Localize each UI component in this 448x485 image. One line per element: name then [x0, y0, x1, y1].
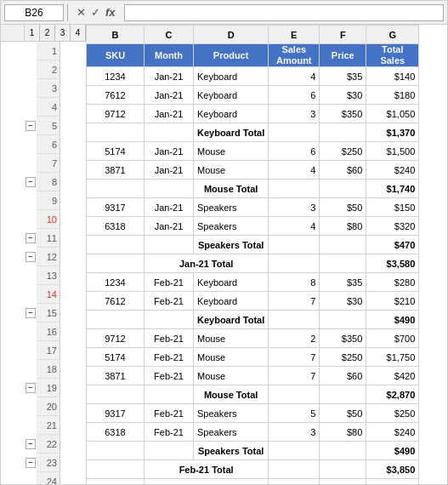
- cell-price-22[interactable]: [320, 442, 366, 460]
- cell-product-2[interactable]: Keyboard: [194, 67, 269, 86]
- confirm-icon[interactable]: ✓: [91, 6, 100, 19]
- cell-price-15[interactable]: [320, 311, 366, 329]
- cell-price-6[interactable]: $250: [320, 142, 366, 161]
- cell-product-21[interactable]: Speakers: [194, 423, 269, 442]
- cell-price-12[interactable]: [320, 254, 366, 273]
- cell-total-17[interactable]: $1,750: [366, 348, 419, 367]
- cell-sales-24[interactable]: [269, 479, 320, 484]
- cell-sku-4[interactable]: 9712: [87, 105, 145, 123]
- cell-month-16[interactable]: Feb-21: [145, 329, 194, 348]
- cell-sales-19[interactable]: [269, 385, 320, 404]
- cell-month-17[interactable]: Feb-21: [145, 348, 194, 367]
- cell-product-4[interactable]: Keyboard: [194, 105, 269, 123]
- cell-month-4[interactable]: Jan-21: [145, 105, 194, 123]
- cell-product-16[interactable]: Mouse: [194, 329, 269, 348]
- cell-sku-11[interactable]: [87, 236, 145, 254]
- cancel-icon[interactable]: ✕: [77, 6, 86, 19]
- cell-price-21[interactable]: $80: [320, 423, 366, 442]
- cell-month-10[interactable]: Jan-21: [145, 217, 194, 236]
- cell-month-24[interactable]: Grand Total: [145, 479, 269, 484]
- cell-total-18[interactable]: $420: [366, 367, 419, 385]
- cell-total-11[interactable]: $470: [366, 236, 419, 254]
- cell-price-5[interactable]: [320, 123, 366, 142]
- col-B-header[interactable]: B: [87, 26, 145, 44]
- cell-sku-8[interactable]: [87, 180, 145, 198]
- cell-sku-3[interactable]: 7612: [87, 86, 145, 105]
- minus-btn-23[interactable]: −: [26, 458, 36, 468]
- level-btn-3[interactable]: 3: [55, 25, 71, 42]
- cell-product-5[interactable]: Keyboard Total: [194, 123, 269, 142]
- cell-month-22[interactable]: [145, 442, 194, 460]
- cell-sku-12[interactable]: [87, 254, 145, 273]
- cell-total-19[interactable]: $2,870: [366, 385, 419, 404]
- col-G-header[interactable]: G: [366, 26, 419, 44]
- cell-price-8[interactable]: [320, 180, 366, 198]
- cell-sku-15[interactable]: [87, 311, 145, 329]
- level-btn-4[interactable]: 4: [71, 25, 86, 42]
- cell-sku-24[interactable]: [87, 479, 145, 484]
- cell-total-8[interactable]: $1,740: [366, 180, 419, 198]
- cell-month-14[interactable]: Feb-21: [145, 292, 194, 311]
- cell-total-4[interactable]: $1,050: [366, 105, 419, 123]
- cell-price-11[interactable]: [320, 236, 366, 254]
- cell-sku-5[interactable]: [87, 123, 145, 142]
- cell-total-20[interactable]: $250: [366, 404, 419, 423]
- cell-total-10[interactable]: $320: [366, 217, 419, 236]
- col-C-header[interactable]: C: [145, 26, 194, 44]
- formula-input[interactable]: [124, 4, 444, 21]
- cell-month-3[interactable]: Jan-21: [145, 86, 194, 105]
- cell-sales-10[interactable]: 4: [269, 217, 320, 236]
- cell-month-2[interactable]: Jan-21: [145, 67, 194, 86]
- cell-total-9[interactable]: $150: [366, 198, 419, 217]
- cell-month-11[interactable]: [145, 236, 194, 254]
- cell-sku-17[interactable]: 5174: [87, 348, 145, 367]
- cell-price-7[interactable]: $60: [320, 161, 366, 180]
- col-D-header[interactable]: D: [194, 26, 269, 44]
- cell-sales-5[interactable]: [269, 123, 320, 142]
- cell-sales-14[interactable]: 7: [269, 292, 320, 311]
- col-E-header[interactable]: E: [269, 26, 320, 44]
- cell-sku-9[interactable]: 9317: [87, 198, 145, 217]
- cell-month-6[interactable]: Jan-21: [145, 142, 194, 161]
- cell-sku-7[interactable]: 3871: [87, 161, 145, 180]
- cell-sku-6[interactable]: 5174: [87, 142, 145, 161]
- cell-total-7[interactable]: $240: [366, 161, 419, 180]
- cell-product-19[interactable]: Mouse Total: [194, 385, 269, 404]
- cell-sku-10[interactable]: 6318: [87, 217, 145, 236]
- cell-price-17[interactable]: $250: [320, 348, 366, 367]
- cell-product-13[interactable]: Keyboard: [194, 273, 269, 292]
- cell-price-3[interactable]: $30: [320, 86, 366, 105]
- cell-month-18[interactable]: Feb-21: [145, 367, 194, 385]
- cell-month-15[interactable]: [145, 311, 194, 329]
- cell-sku-20[interactable]: 9317: [87, 404, 145, 423]
- name-box[interactable]: B26: [4, 4, 64, 21]
- cell-price-23[interactable]: [320, 460, 366, 479]
- cell-sku-19[interactable]: [87, 385, 145, 404]
- cell-sku-23[interactable]: [87, 460, 145, 479]
- cell-sku-2[interactable]: 1234: [87, 67, 145, 86]
- minus-btn-5[interactable]: −: [26, 121, 36, 131]
- cell-sales-20[interactable]: 5: [269, 404, 320, 423]
- cell-price-16[interactable]: $350: [320, 329, 366, 348]
- cell-total-15[interactable]: $490: [366, 311, 419, 329]
- cell-product-3[interactable]: Keyboard: [194, 86, 269, 105]
- cell-month-5[interactable]: [145, 123, 194, 142]
- cell-total-16[interactable]: $700: [366, 329, 419, 348]
- cell-price-2[interactable]: $35: [320, 67, 366, 86]
- minus-btn-19[interactable]: −: [26, 383, 36, 393]
- minus-btn-22[interactable]: −: [26, 439, 36, 449]
- minus-btn-8[interactable]: −: [26, 177, 36, 187]
- cell-total-22[interactable]: $490: [366, 442, 419, 460]
- cell-month-13[interactable]: Feb-21: [145, 273, 194, 292]
- cell-sales-3[interactable]: 6: [269, 86, 320, 105]
- cell-price-18[interactable]: $60: [320, 367, 366, 385]
- cell-total-2[interactable]: $140: [366, 67, 419, 86]
- cell-price-20[interactable]: $50: [320, 404, 366, 423]
- minus-btn-12[interactable]: −: [26, 252, 36, 262]
- cell-sales-9[interactable]: 3: [269, 198, 320, 217]
- cell-sku-21[interactable]: 6318: [87, 423, 145, 442]
- cell-product-15[interactable]: Keyboard Total: [194, 311, 269, 329]
- cell-month-9[interactable]: Jan-21: [145, 198, 194, 217]
- cell-sales-2[interactable]: 4: [269, 67, 320, 86]
- cell-sku-18[interactable]: 3871: [87, 367, 145, 385]
